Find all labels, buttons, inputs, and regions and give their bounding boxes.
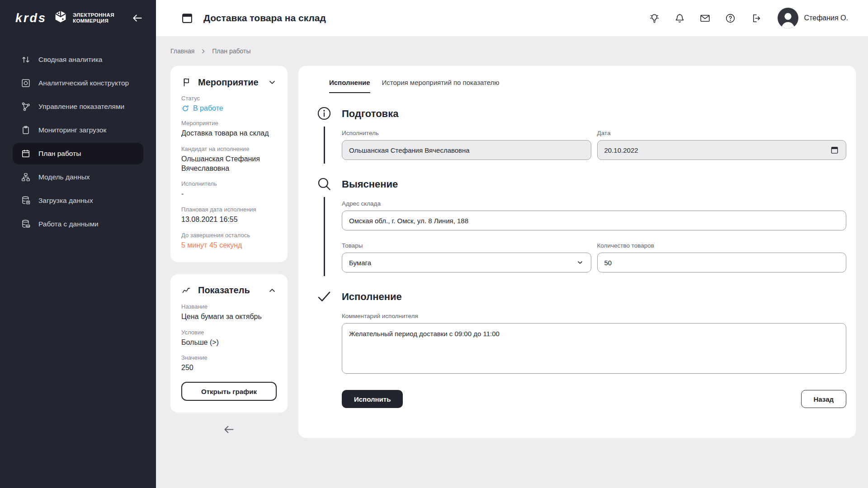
- notifications-bell-icon[interactable]: [674, 13, 685, 24]
- section-connector-line: [324, 197, 325, 276]
- calendar-icon: [21, 149, 31, 159]
- quantity-input[interactable]: [597, 253, 847, 272]
- sidebar-item-upload-monitoring[interactable]: Мониторинг загрузок: [13, 119, 143, 141]
- trend-line-icon: [181, 285, 192, 296]
- sidebar-nav: Сводная аналитика Аналитический конструк…: [0, 48, 156, 236]
- candidate-value: Ольшанская Стефания Вячеславовна: [181, 155, 277, 174]
- constructor-icon: [21, 78, 31, 88]
- warehouse-address-input[interactable]: [342, 211, 846, 230]
- sidebar-item-indicator-management[interactable]: Управление показателями: [13, 96, 143, 117]
- select-chevron-down-icon: [576, 258, 584, 267]
- chevron-up-icon[interactable]: [268, 286, 277, 295]
- cube-logo-icon: [53, 9, 68, 27]
- tabs: Исполнение История мероприятий по показа…: [316, 79, 846, 93]
- messages-mail-icon[interactable]: [699, 13, 711, 24]
- executor-field-label: Исполнитель: [342, 130, 591, 136]
- help-icon[interactable]: [725, 13, 736, 24]
- event-card-title: Мероприятие: [198, 77, 259, 88]
- breadcrumb: Главная План работы: [170, 45, 856, 57]
- chevron-right-icon: [200, 48, 206, 54]
- sidebar: krds ЭЛЕКТРОННАЯ КОММЕРЦИЯ Сводная анали…: [0, 0, 156, 488]
- logout-icon[interactable]: [750, 13, 761, 24]
- theme-bulb-icon[interactable]: [649, 13, 660, 24]
- section-clarification: Выяснение Адрес склада Товары Бумага: [316, 176, 846, 289]
- address-field-label: Адрес склада: [342, 200, 846, 207]
- condition-value: Больше (>): [181, 338, 277, 347]
- goods-field-label: Товары: [342, 242, 591, 249]
- execute-button[interactable]: Исполнить: [342, 390, 403, 408]
- data-model-icon: [21, 172, 31, 182]
- section-title-execution: Исполнение: [342, 291, 846, 303]
- date-field-label: Дата: [597, 130, 847, 136]
- sidebar-item-work-plan[interactable]: План работы: [13, 143, 143, 164]
- sidebar-item-data-upload[interactable]: Загрузка данных: [13, 190, 143, 211]
- tab-history[interactable]: История мероприятий по показателю: [382, 79, 500, 93]
- clipboard-icon: [21, 125, 31, 135]
- info-icon: [316, 106, 332, 121]
- executor-value: -: [181, 189, 277, 199]
- sidebar-item-analytic-constructor[interactable]: Аналитический конструктор: [13, 72, 143, 94]
- sidebar-item-data-work[interactable]: SQL Работа с данными: [13, 213, 143, 235]
- brand-wordmark: krds: [15, 11, 47, 25]
- planned-date-label: Плановая дата исполнения: [181, 206, 277, 213]
- event-label: Мероприятие: [181, 120, 277, 127]
- event-card: Мероприятие Статус В работе Мероприятие …: [170, 66, 288, 262]
- date-picker-calendar-icon[interactable]: [830, 145, 839, 155]
- comment-field-label: Комментарий исполнителя: [342, 313, 846, 319]
- status-badge: В работе: [181, 104, 277, 113]
- section-connector-line: [324, 127, 325, 164]
- indicator-card: Показатель Название Цена бумаги за октяб…: [170, 274, 288, 413]
- candidate-label: Кандидат на исполнение: [181, 145, 277, 152]
- indicator-name-label: Название: [181, 303, 277, 310]
- value-label: Значение: [181, 354, 277, 361]
- planned-date-value: 13.08.2021 16:55: [181, 215, 277, 225]
- user-avatar[interactable]: [778, 8, 798, 28]
- value-value: 250: [181, 363, 277, 373]
- top-header: Доставка товара на склад Стефания О.: [156, 0, 868, 36]
- open-chart-button[interactable]: Открыть график: [181, 382, 277, 401]
- tab-execution[interactable]: Исполнение: [329, 79, 370, 93]
- brand-caption: ЭЛЕКТРОННАЯ КОММЕРЦИЯ: [73, 12, 114, 24]
- database-upload-icon: [21, 196, 31, 206]
- page-title: Доставка товара на склад: [203, 13, 326, 23]
- sidebar-item-summary-analytics[interactable]: Сводная аналитика: [13, 49, 143, 70]
- chevron-down-icon[interactable]: [268, 78, 277, 87]
- section-title-preparation: Подготовка: [342, 108, 846, 120]
- check-icon: [316, 289, 332, 304]
- remaining-label: До завершения осталось: [181, 232, 277, 239]
- back-arrow-icon[interactable]: [223, 423, 235, 436]
- database-sql-icon: SQL: [21, 219, 31, 229]
- section-execution: Исполнение Комментарий исполнителя Желат…: [316, 289, 846, 424]
- user-name[interactable]: Стефания О.: [804, 14, 848, 22]
- section-preparation: Подготовка Исполнитель Дата 20.10.2022: [316, 106, 846, 176]
- quantity-field-label: Количество товаров: [597, 242, 847, 249]
- executor-comment-textarea[interactable]: Желательный период доставки с 09:00 до 1…: [342, 323, 846, 374]
- svg-text:SQL: SQL: [27, 225, 30, 227]
- execution-panel: Исполнение История мероприятий по показа…: [298, 66, 856, 438]
- goods-select[interactable]: Бумага: [342, 253, 591, 272]
- brand-logo: krds ЭЛЕКТРОННАЯ КОММЕРЦИЯ: [0, 0, 156, 36]
- date-input[interactable]: 20.10.2022: [597, 140, 847, 160]
- indicator-card-title: Показатель: [198, 285, 250, 296]
- event-value: Доставка товара на склад: [181, 129, 277, 138]
- status-label: Статус: [181, 95, 277, 102]
- indicator-name-value: Цена бумаги за октябрь: [181, 312, 277, 322]
- indicators-graph-icon: [21, 102, 31, 112]
- remaining-value: 5 минут 45 секунд: [181, 241, 277, 250]
- breadcrumb-current: План работы: [212, 47, 250, 55]
- content-area: Главная План работы Мероприятие Статус В…: [156, 36, 868, 488]
- sidebar-item-data-model[interactable]: Модель данных: [13, 166, 143, 188]
- sidebar-collapse-arrow-icon[interactable]: [132, 12, 143, 24]
- analytics-arrows-icon: [21, 55, 31, 65]
- page-calendar-icon: [181, 12, 193, 24]
- breadcrumb-home[interactable]: Главная: [170, 47, 194, 55]
- back-button[interactable]: Назад: [801, 390, 846, 408]
- search-icon: [316, 176, 332, 192]
- executor-input[interactable]: [342, 140, 591, 160]
- condition-label: Условие: [181, 329, 277, 336]
- flag-icon: [181, 77, 192, 88]
- in-progress-refresh-icon: [181, 104, 189, 113]
- section-title-clarification: Выяснение: [342, 178, 846, 190]
- executor-label: Исполнитель: [181, 180, 277, 187]
- left-column: Мероприятие Статус В работе Мероприятие …: [170, 66, 288, 436]
